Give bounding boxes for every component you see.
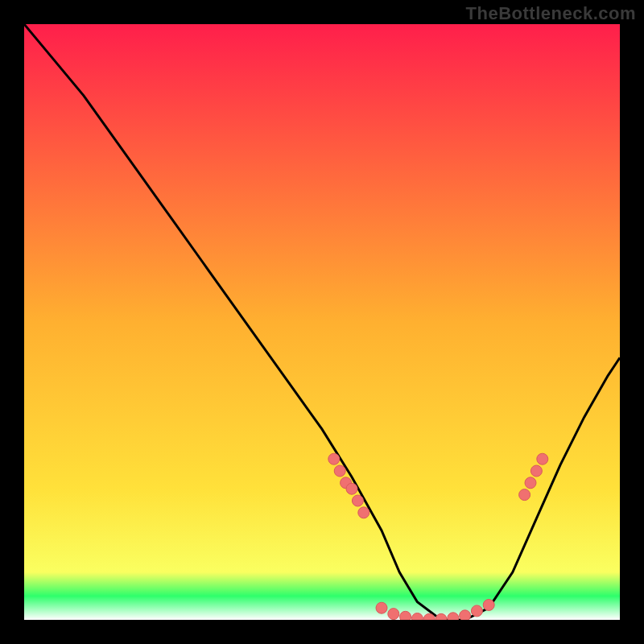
data-point [448, 613, 459, 620]
data-point [519, 489, 530, 501]
data-point [530, 465, 542, 477]
data-point [352, 495, 363, 506]
watermark-text: TheBottleneck.com [466, 3, 636, 24]
chart-container: TheBottleneck.com [0, 0, 644, 644]
data-point [346, 483, 357, 494]
plot-area [24, 24, 620, 620]
data-point [537, 453, 548, 464]
data-point [460, 610, 471, 620]
data-point [328, 453, 340, 464]
data-point [358, 507, 369, 518]
data-point [376, 602, 387, 613]
data-point [334, 465, 345, 477]
data-point [400, 611, 411, 620]
data-point [471, 605, 482, 617]
data-point [525, 477, 536, 489]
data-point [388, 609, 399, 620]
data-point [483, 600, 494, 611]
chart-svg [24, 24, 620, 620]
